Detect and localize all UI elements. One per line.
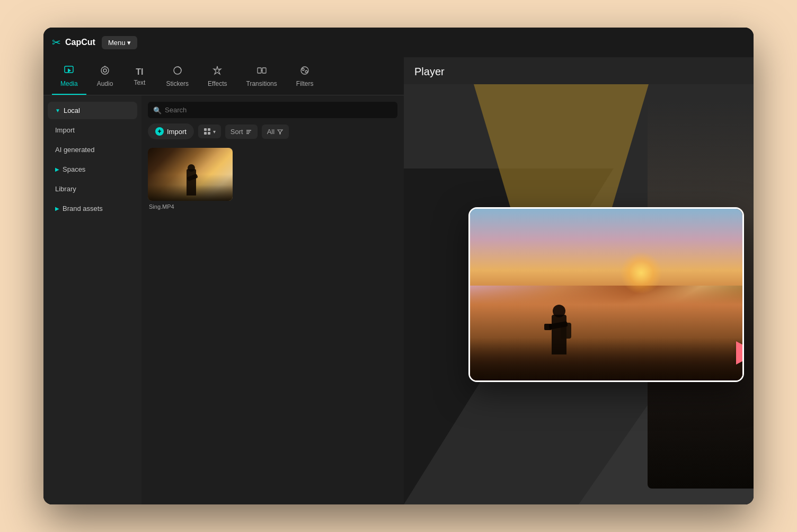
action-bar: + Import ▾ bbox=[148, 123, 397, 139]
sort-icon bbox=[245, 128, 252, 135]
svg-rect-7 bbox=[262, 68, 266, 73]
view-toggle-chevron: ▾ bbox=[213, 129, 216, 135]
sidebar-local-label: Local bbox=[64, 107, 80, 114]
import-label: Import bbox=[167, 128, 187, 136]
capcut-logo-icon: ✂ bbox=[52, 36, 61, 49]
tab-transitions[interactable]: Transitions bbox=[238, 61, 286, 95]
svg-point-3 bbox=[103, 69, 107, 72]
svg-rect-14 bbox=[204, 132, 207, 135]
svg-marker-1 bbox=[68, 68, 71, 73]
stickers-tab-icon bbox=[173, 66, 182, 78]
brand-assets-arrow-icon: ▶ bbox=[55, 206, 59, 211]
transitions-tab-label: Transitions bbox=[246, 80, 277, 87]
filter-button[interactable]: All bbox=[262, 125, 289, 139]
search-input[interactable] bbox=[148, 102, 397, 118]
sidebar-item-local[interactable]: ▼ Local bbox=[48, 102, 137, 119]
sidebar-spaces-label: Spaces bbox=[63, 165, 85, 173]
filters-tab-icon bbox=[300, 66, 309, 78]
media-tab-label: Media bbox=[60, 80, 78, 87]
tab-media[interactable]: Media bbox=[52, 61, 86, 95]
media-thumbnail bbox=[148, 148, 233, 201]
media-grid: Sing.MP4 bbox=[141, 144, 404, 504]
all-label: All bbox=[267, 128, 274, 136]
media-item[interactable]: Sing.MP4 bbox=[148, 148, 233, 210]
sidebar-item-spaces[interactable]: ▶ Spaces bbox=[48, 161, 137, 178]
toolbar-tabs: Media Audio TI Text bbox=[43, 57, 404, 95]
thumbnail-image bbox=[148, 148, 233, 201]
import-plus-icon: + bbox=[155, 127, 164, 136]
player-preview-image bbox=[470, 209, 742, 380]
media-tab-icon bbox=[64, 66, 74, 78]
left-panel: Media Audio TI Text bbox=[43, 57, 404, 504]
logo: ✂ CapCut bbox=[52, 36, 95, 49]
import-button[interactable]: + Import bbox=[148, 123, 194, 139]
right-panel: Player bbox=[404, 57, 754, 504]
player-preview[interactable] bbox=[468, 207, 744, 382]
tab-stickers[interactable]: Stickers bbox=[157, 61, 197, 95]
transitions-tab-icon bbox=[257, 66, 267, 78]
local-arrow-icon: ▼ bbox=[55, 108, 60, 113]
grid-icon bbox=[203, 128, 211, 135]
svg-rect-6 bbox=[258, 68, 261, 73]
svg-point-9 bbox=[301, 67, 308, 74]
title-bar: ✂ CapCut Menu ▾ bbox=[43, 28, 754, 57]
filters-tab-label: Filters bbox=[296, 80, 314, 87]
effects-tab-icon bbox=[212, 66, 222, 78]
text-tab-label: Text bbox=[134, 79, 145, 86]
sort-label: Sort bbox=[231, 128, 243, 136]
svg-point-11 bbox=[305, 70, 307, 73]
sidebar: ▼ Local Import AI generated ▶ Spaces Lib bbox=[43, 95, 141, 504]
audio-tab-label: Audio bbox=[97, 80, 113, 87]
sidebar-ai-label: AI generated bbox=[55, 146, 94, 154]
person-in-preview bbox=[552, 315, 566, 354]
svg-rect-13 bbox=[208, 128, 210, 131]
tab-filters[interactable]: Filters bbox=[288, 61, 322, 95]
sidebar-library-label: Library bbox=[55, 185, 76, 193]
sort-button[interactable]: Sort bbox=[225, 125, 258, 139]
effects-tab-label: Effects bbox=[208, 80, 227, 87]
play-cursor bbox=[736, 341, 744, 365]
tab-audio[interactable]: Audio bbox=[88, 61, 122, 95]
media-filename: Sing.MP4 bbox=[148, 203, 233, 210]
sidebar-brand-assets-label: Brand assets bbox=[63, 205, 103, 212]
menu-button[interactable]: Menu ▾ bbox=[102, 36, 137, 49]
search-wrapper: 🔍 bbox=[148, 102, 397, 118]
sidebar-item-library[interactable]: Library bbox=[48, 180, 137, 198]
sidebar-item-import[interactable]: Import bbox=[48, 121, 137, 139]
player-title: Player bbox=[414, 66, 445, 77]
svg-rect-12 bbox=[204, 128, 207, 131]
media-area: 🔍 + Import bbox=[141, 95, 404, 504]
sidebar-item-brand-assets[interactable]: ▶ Brand assets bbox=[48, 200, 137, 217]
text-tab-icon: TI bbox=[136, 67, 143, 77]
main-content: Media Audio TI Text bbox=[43, 57, 754, 504]
tab-text[interactable]: TI Text bbox=[123, 63, 155, 94]
svg-point-10 bbox=[302, 68, 304, 70]
filter-icon bbox=[277, 128, 284, 135]
app-window: ✂ CapCut Menu ▾ Media bbox=[43, 28, 754, 504]
panel-body: ▼ Local Import AI generated ▶ Spaces Lib bbox=[43, 95, 404, 504]
player-background bbox=[404, 84, 754, 504]
cursor-arrow-shape bbox=[736, 341, 744, 365]
spaces-arrow-icon: ▶ bbox=[55, 166, 59, 172]
view-toggle-button[interactable]: ▾ bbox=[198, 125, 221, 138]
search-icon: 🔍 bbox=[153, 106, 162, 114]
stickers-tab-label: Stickers bbox=[166, 80, 189, 87]
app-name: CapCut bbox=[65, 38, 95, 47]
player-header: Player bbox=[404, 57, 754, 84]
tab-effects[interactable]: Effects bbox=[199, 61, 235, 95]
sidebar-import-label: Import bbox=[55, 126, 75, 134]
audio-tab-icon bbox=[100, 66, 110, 78]
svg-point-2 bbox=[101, 67, 109, 74]
media-toolbar: 🔍 + Import bbox=[141, 95, 404, 144]
svg-rect-15 bbox=[208, 132, 210, 135]
sidebar-item-ai-generated[interactable]: AI generated bbox=[48, 141, 137, 158]
